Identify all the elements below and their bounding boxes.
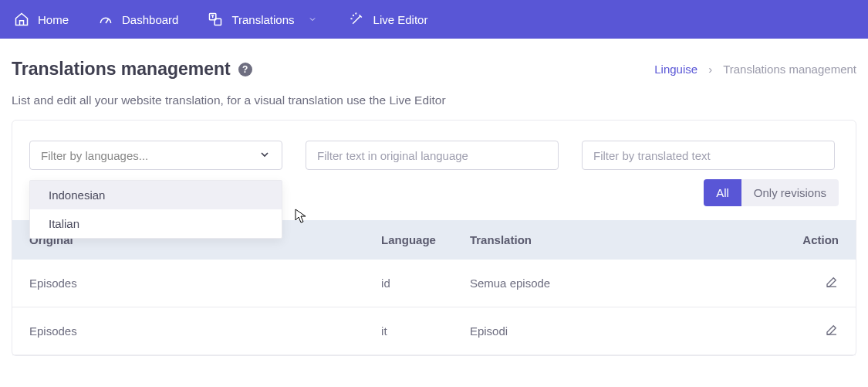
cell-original: Episodes	[12, 307, 364, 355]
language-option-italian[interactable]: Italian	[30, 209, 282, 238]
nav-translations[interactable]: Translations	[208, 12, 319, 27]
nav-home-label: Home	[38, 13, 69, 26]
language-dropdown: Indonesian Italian	[29, 180, 282, 239]
col-translation: Translation	[453, 220, 772, 260]
page-title: Translations management ?	[12, 59, 252, 80]
col-language: Language	[364, 220, 453, 260]
svg-point-3	[355, 13, 356, 14]
content-card: Filter by languages... Indonesian Italia…	[12, 120, 856, 356]
filters-row: Filter by languages... Indonesian Italia…	[12, 121, 856, 179]
translated-text-filter[interactable]	[582, 141, 835, 170]
translations-table: Original Language Translation Action Epi…	[12, 220, 856, 355]
cell-language: it	[364, 307, 453, 355]
cell-language: id	[364, 260, 453, 307]
chevron-down-icon	[305, 12, 320, 27]
table-row: Episodes id Semua episode	[12, 260, 856, 307]
breadcrumb-separator: ›	[708, 63, 712, 76]
translate-icon	[208, 12, 223, 27]
breadcrumb-current: Translations management	[723, 63, 856, 76]
svg-point-2	[353, 15, 353, 16]
nav-dashboard[interactable]: Dashboard	[98, 12, 178, 27]
help-icon[interactable]: ?	[238, 63, 252, 76]
toggle-all[interactable]: All	[704, 179, 741, 206]
nav-live-editor[interactable]: Live Editor	[350, 12, 428, 27]
nav-dashboard-label: Dashboard	[122, 13, 178, 26]
page-title-text: Translations management	[12, 59, 231, 80]
toggle-revisions[interactable]: Only revisions	[741, 179, 839, 206]
magic-wand-icon	[350, 12, 365, 27]
cell-translation: Episodi	[453, 307, 772, 355]
chevron-down-icon	[258, 148, 271, 163]
breadcrumb: Linguise › Translations management	[654, 63, 856, 76]
page-subtitle: List and edit all your website translati…	[0, 87, 868, 120]
edit-icon[interactable]	[825, 326, 839, 339]
table-row: Episodes it Episodi	[12, 307, 856, 355]
original-text-filter[interactable]	[306, 141, 559, 170]
svg-point-4	[351, 19, 352, 19]
page-header: Translations management ? Linguise › Tra…	[0, 39, 868, 87]
cell-translation: Semua episode	[453, 260, 772, 307]
language-filter-placeholder: Filter by languages...	[41, 149, 148, 162]
revision-toggle: All Only revisions	[704, 179, 839, 206]
navbar: Home Dashboard Translations Live Editor	[0, 0, 868, 39]
gauge-icon	[98, 12, 113, 27]
language-filter-select[interactable]: Filter by languages...	[29, 141, 282, 170]
home-icon	[14, 12, 29, 27]
language-option-indonesian[interactable]: Indonesian	[30, 181, 282, 209]
nav-home[interactable]: Home	[14, 12, 69, 27]
nav-translations-label: Translations	[231, 13, 294, 26]
breadcrumb-link[interactable]: Linguise	[654, 63, 697, 76]
cell-original: Episodes	[12, 260, 364, 307]
col-action: Action	[772, 220, 856, 260]
nav-live-editor-label: Live Editor	[373, 13, 428, 26]
language-filter-wrap: Filter by languages... Indonesian Italia…	[29, 141, 282, 170]
edit-icon[interactable]	[825, 278, 839, 291]
